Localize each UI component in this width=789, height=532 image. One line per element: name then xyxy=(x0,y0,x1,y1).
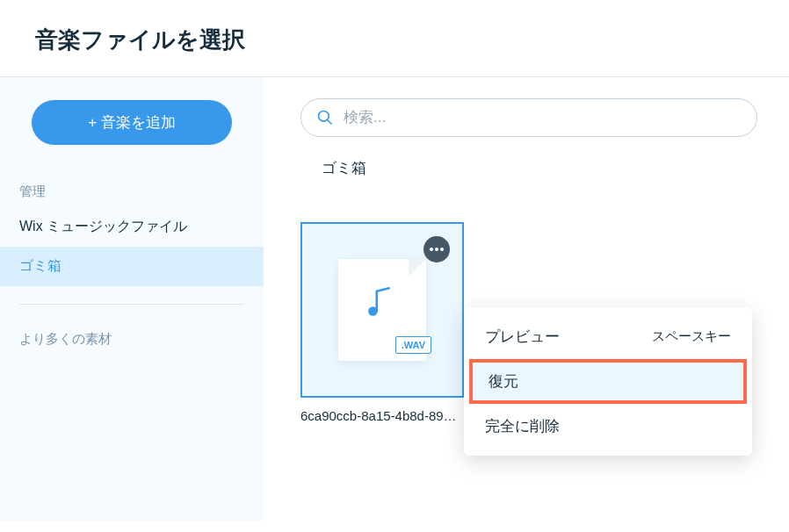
page-title: 音楽ファイルを選択 xyxy=(35,25,754,55)
add-button-wrap: + 音楽を追加 xyxy=(0,100,264,175)
svg-line-1 xyxy=(328,120,332,125)
file-ext-badge: .WAV xyxy=(395,336,431,354)
add-music-button[interactable]: + 音楽を追加 xyxy=(32,100,232,145)
section-label-manage: 管理 xyxy=(0,175,264,207)
menu-item-label: 復元 xyxy=(489,371,518,392)
context-menu: プレビュー スペースキー 復元 完全に削除 xyxy=(464,307,752,456)
svg-point-4 xyxy=(435,248,438,251)
svg-point-0 xyxy=(319,111,329,122)
menu-item-restore[interactable]: 復元 xyxy=(469,359,747,404)
section-label-more: より多くの素材 xyxy=(0,322,264,355)
file-fold-icon xyxy=(409,259,426,277)
file-thumbnail-area: .WAV 6ca90ccb-8a15-4b8d-89… xyxy=(300,222,464,423)
more-options-button[interactable] xyxy=(423,236,450,262)
file-name-label: 6ca90ccb-8a15-4b8d-89… xyxy=(300,408,464,423)
menu-item-delete[interactable]: 完全に削除 xyxy=(464,404,752,449)
file-card: .WAV xyxy=(338,259,426,361)
menu-item-hint: スペースキー xyxy=(652,328,731,345)
music-note-icon xyxy=(363,284,400,320)
svg-point-3 xyxy=(430,248,433,251)
svg-point-5 xyxy=(440,248,444,251)
search-icon xyxy=(316,109,334,126)
search-input[interactable] xyxy=(300,98,757,137)
body: + 音楽を追加 管理 Wix ミュージックファイル ゴミ箱 より多くの素材 ゴミ… xyxy=(0,77,789,521)
sidebar: + 音楽を追加 管理 Wix ミュージックファイル ゴミ箱 より多くの素材 xyxy=(0,77,264,521)
header: 音楽ファイルを選択 xyxy=(0,0,789,76)
menu-item-preview[interactable]: プレビュー スペースキー xyxy=(464,314,752,359)
breadcrumb: ゴミ箱 xyxy=(300,158,789,178)
svg-point-2 xyxy=(368,306,378,316)
search-wrap xyxy=(300,98,789,137)
sidebar-item-trash[interactable]: ゴミ箱 xyxy=(0,247,264,286)
sidebar-item-music-files[interactable]: Wix ミュージックファイル xyxy=(0,207,264,247)
menu-item-label: 完全に削除 xyxy=(485,416,560,436)
file-thumbnail[interactable]: .WAV xyxy=(300,222,464,398)
sidebar-divider xyxy=(19,304,244,305)
ellipsis-icon xyxy=(430,248,444,251)
menu-item-label: プレビュー xyxy=(485,327,560,347)
